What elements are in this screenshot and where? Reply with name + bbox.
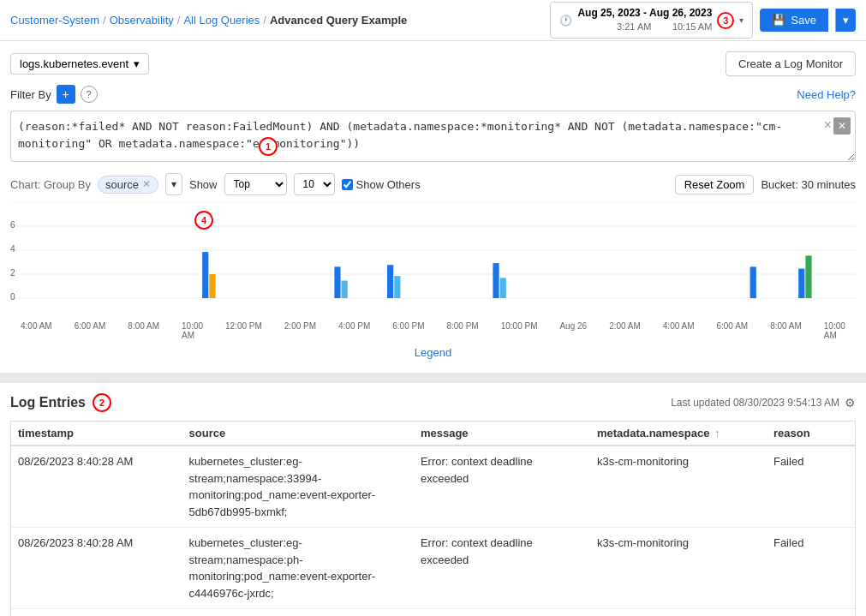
x-label-7: 6:00 PM	[392, 321, 424, 340]
chart-group-by-label: Chart: Group By	[10, 178, 91, 191]
create-monitor-button[interactable]: Create a Log Monitor	[726, 51, 856, 76]
svg-rect-12	[342, 281, 348, 298]
group-by-tag: source ✕	[98, 176, 158, 194]
x-label-12: 4:00 AM	[663, 321, 695, 340]
svg-text:2: 2	[10, 267, 15, 278]
x-label-4: 12:00 PM	[225, 321, 262, 340]
col-source: source	[182, 422, 414, 446]
svg-rect-10	[209, 274, 215, 298]
table-row: 08/26/2023 8:40:29 AM kubernetes_cluster…	[11, 609, 855, 617]
table-body: 08/26/2023 8:40:28 AM kubernetes_cluster…	[11, 446, 855, 616]
settings-icon[interactable]: ⚙	[845, 396, 856, 410]
show-count-select[interactable]: 10 20 50	[294, 173, 335, 195]
clock-icon: 🕐	[559, 15, 572, 27]
svg-rect-9	[202, 252, 208, 298]
x-label-10: Aug 26	[559, 321, 587, 340]
group-by-tag-remove[interactable]: ✕	[142, 178, 151, 190]
log-last-updated: Last updated 08/30/2023 9:54:13 AM ⚙	[671, 396, 856, 410]
table-header: timestamp source message metadata.namesp…	[11, 422, 855, 446]
date-range-times: 3:21 AM 10:15 AM	[577, 21, 712, 33]
main-panel: logs.kubernetes.event ▾ Create a Log Mon…	[0, 41, 866, 378]
svg-text:0: 0	[10, 291, 15, 302]
x-label-14: 8:00 AM	[770, 321, 802, 340]
chart-controls: Chart: Group By source ✕ ▾ Show Top Bott…	[10, 173, 856, 195]
source-row: logs.kubernetes.event ▾ Create a Log Mon…	[10, 51, 856, 76]
reset-zoom-button[interactable]: Reset Zoom	[675, 175, 755, 194]
need-help-link[interactable]: Need Help?	[797, 88, 856, 101]
cell-source-3: kubernetes_cluster:eg-	[182, 609, 414, 617]
log-entries-header: Log Entries 2 Last updated 08/30/2023 9:…	[10, 393, 856, 412]
query-badge: 1	[259, 137, 278, 156]
x-label-15: 10:00AM	[824, 321, 845, 340]
cell-message-1: Error: context deadline exceeded	[414, 446, 590, 528]
col-reason: reason	[767, 422, 855, 446]
add-filter-button[interactable]: +	[57, 85, 75, 104]
cell-reason-3: Failed	[767, 609, 855, 617]
last-updated-text: Last updated 08/30/2023 9:54:13 AM	[671, 397, 839, 409]
x-label-2: 8:00 AM	[128, 321, 159, 340]
svg-text:4: 4	[10, 243, 15, 254]
date-range-dates: Aug 25, 2023 - Aug 26, 2023	[577, 6, 712, 21]
chart-svg: 0 2 4 6	[10, 202, 856, 322]
breadcrumb: Customer-System / Observability / All Lo…	[10, 14, 407, 27]
source-name: logs.kubernetes.event	[20, 57, 128, 70]
breadcrumb-observability[interactable]: Observability	[110, 14, 174, 27]
date-range-button[interactable]: 🕐 Aug 25, 2023 - Aug 26, 2023 3:21 AM 10…	[550, 2, 753, 38]
cell-timestamp-2: 08/26/2023 8:40:28 AM	[11, 528, 182, 609]
svg-rect-19	[805, 255, 811, 298]
cell-source-2: kubernetes_cluster:eg-stream;namespace:p…	[182, 528, 414, 609]
filter-left: Filter By + ?	[10, 85, 98, 104]
breadcrumb-current: Advanced Query Example	[270, 14, 407, 27]
cell-namespace-2: k3s-cm-monitoring	[590, 528, 767, 609]
svg-rect-15	[493, 263, 499, 298]
log-entries-title: Log Entries	[10, 395, 86, 410]
show-others-checkbox[interactable]	[342, 179, 353, 190]
show-top-bottom-select[interactable]: Top Bottom	[224, 173, 287, 195]
chevron-down-icon-save: ▾	[843, 14, 849, 27]
col-timestamp: timestamp	[11, 422, 182, 446]
legend-link[interactable]: Legend	[10, 343, 856, 362]
col-message: message	[414, 422, 590, 446]
group-by-dropdown[interactable]: ▾	[165, 173, 182, 195]
x-label-0: 4:00 AM	[21, 321, 52, 340]
cell-namespace-3: k3s-cm-monitoring	[590, 609, 767, 617]
bucket-label: Bucket: 30 minutes	[761, 178, 856, 191]
source-dropdown-icon: ▾	[134, 57, 140, 70]
cell-reason-2: Failed	[767, 528, 855, 609]
x-label-9: 10:00 PM	[501, 321, 538, 340]
query-close-button[interactable]: ✕	[833, 117, 851, 135]
col-namespace: metadata.namespace ↑	[590, 422, 767, 446]
log-title-row: Log Entries 2	[10, 393, 111, 412]
filter-by-label: Filter By	[10, 88, 51, 101]
cell-timestamp-3: 08/26/2023 8:40:29 AM	[11, 609, 182, 617]
query-box-wrapper: × ✕ 1	[10, 111, 856, 164]
query-input[interactable]	[10, 111, 856, 162]
save-dropdown-button[interactable]: ▾	[835, 9, 856, 32]
table-row: 08/26/2023 8:40:28 AM kubernetes_cluster…	[11, 446, 855, 528]
filter-row: Filter By + ? Need Help?	[10, 85, 856, 104]
log-section: Log Entries 2 Last updated 08/30/2023 9:…	[0, 383, 866, 616]
cell-message-3: Error: failed to reserve	[414, 609, 590, 617]
source-selector-button[interactable]: logs.kubernetes.event ▾	[10, 53, 149, 75]
svg-rect-13	[387, 265, 393, 298]
show-others-text: Show Others	[356, 178, 421, 191]
breadcrumb-customer-system[interactable]: Customer-System	[10, 14, 99, 27]
group-by-dropdown-arrow: ▾	[171, 178, 176, 190]
show-label: Show	[189, 178, 218, 191]
help-icon[interactable]: ?	[81, 86, 98, 103]
svg-rect-14	[394, 276, 400, 298]
cell-timestamp-1: 08/26/2023 8:40:28 AM	[11, 446, 182, 528]
breadcrumb-all-log-queries[interactable]: All Log Queries	[183, 14, 260, 27]
svg-rect-16	[500, 278, 506, 298]
group-by-tag-value: source	[105, 178, 139, 191]
show-others-label: Show Others	[342, 178, 421, 191]
date-badge: 3	[717, 12, 734, 29]
svg-rect-17	[750, 266, 756, 298]
query-clear-button[interactable]: ×	[824, 117, 832, 133]
table-row: 08/26/2023 8:40:28 AM kubernetes_cluster…	[11, 528, 855, 609]
save-button[interactable]: 💾 Save	[760, 9, 828, 32]
x-label-8: 8:00 PM	[446, 321, 478, 340]
svg-rect-11	[334, 266, 340, 298]
x-label-11: 2:00 AM	[609, 321, 641, 340]
log-entries-badge: 2	[93, 393, 111, 412]
